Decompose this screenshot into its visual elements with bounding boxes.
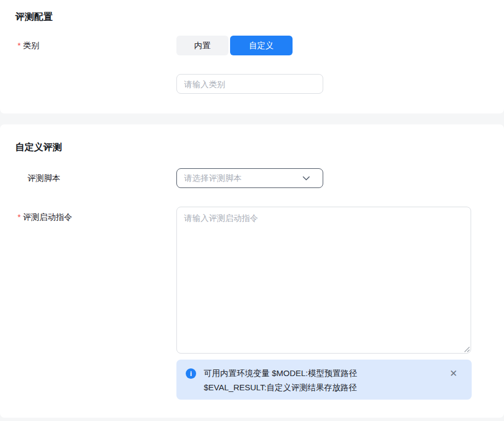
script-select-placeholder: 请选择评测脚本 — [184, 173, 302, 184]
required-asterisk: * — [18, 41, 21, 50]
script-field-label: 评测脚本 — [27, 173, 60, 183]
category-option-builtin-button[interactable]: 内置 — [176, 36, 228, 55]
chevron-down-icon — [302, 176, 310, 181]
command-textarea[interactable] — [176, 207, 471, 354]
category-option-custom-button[interactable]: 自定义 — [230, 36, 293, 55]
script-label-text: 评测脚本 — [27, 173, 60, 183]
category-field-label: *类别 — [18, 41, 39, 50]
info-banner-text: 可用内置环境变量 $MODEL:模型预置路径 $EVAL_RESULT:自定义评… — [204, 366, 439, 395]
close-icon[interactable]: ✕ — [449, 368, 459, 379]
section-title-custom-eval: 自定义评测 — [15, 141, 62, 154]
eval-config-card — [0, 0, 504, 113]
info-banner-line2: $EVAL_RESULT:自定义评测结果存放路径 — [204, 380, 439, 395]
info-icon: i — [186, 368, 196, 379]
category-label-text: 类别 — [23, 41, 39, 50]
category-toggle-group: 内置 自定义 — [176, 36, 293, 55]
textarea-resize-handle[interactable] — [462, 345, 470, 352]
command-label-text: 评测启动指令 — [23, 212, 72, 221]
category-input[interactable] — [176, 74, 323, 94]
command-field-label: *评测启动指令 — [18, 212, 72, 222]
eval-settings-page: 评测配置 *类别 内置 自定义 自定义评测 评测脚本 请选择评测脚本 *评测启动… — [0, 0, 504, 421]
required-asterisk: * — [18, 212, 21, 221]
script-select[interactable]: 请选择评测脚本 — [176, 168, 323, 188]
info-banner-line1: 可用内置环境变量 $MODEL:模型预置路径 — [204, 366, 439, 380]
env-vars-info-banner: i 可用内置环境变量 $MODEL:模型预置路径 $EVAL_RESULT:自定… — [176, 360, 472, 400]
section-title-eval-config: 评测配置 — [15, 10, 53, 24]
